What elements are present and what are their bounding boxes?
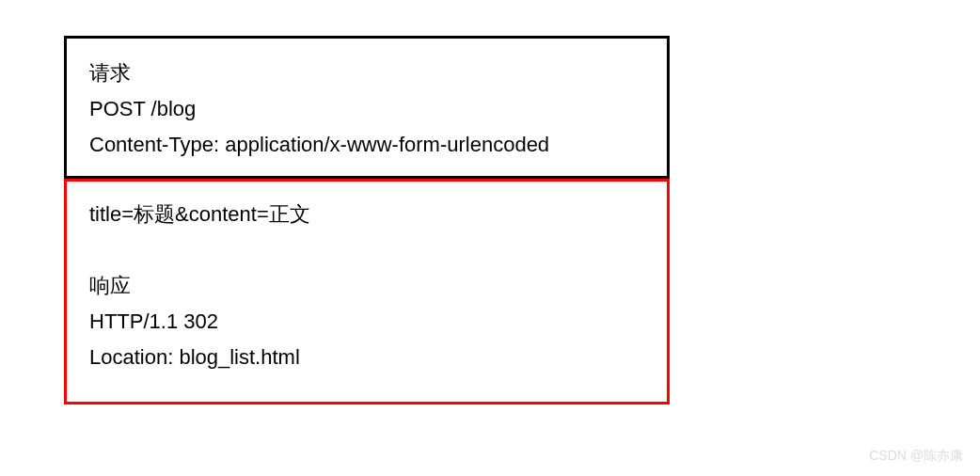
response-label: 响应: [89, 268, 644, 304]
request-content-type: Content-Type: application/x-www-form-url…: [89, 127, 644, 163]
response-location: Location: blog_list.html: [89, 340, 644, 375]
response-box: title=标题&content=正文 响应 HTTP/1.1 302 Loca…: [64, 179, 670, 405]
watermark: CSDN @陈亦康: [869, 448, 963, 465]
spacer: [89, 232, 644, 268]
request-label: 请求: [89, 56, 644, 91]
request-body: title=标题&content=正文: [89, 197, 644, 232]
response-status: HTTP/1.1 302: [89, 304, 644, 340]
request-box: 请求 POST /blog Content-Type: application/…: [64, 36, 670, 179]
document-container: 请求 POST /blog Content-Type: application/…: [0, 0, 980, 405]
request-method-path: POST /blog: [89, 91, 644, 127]
